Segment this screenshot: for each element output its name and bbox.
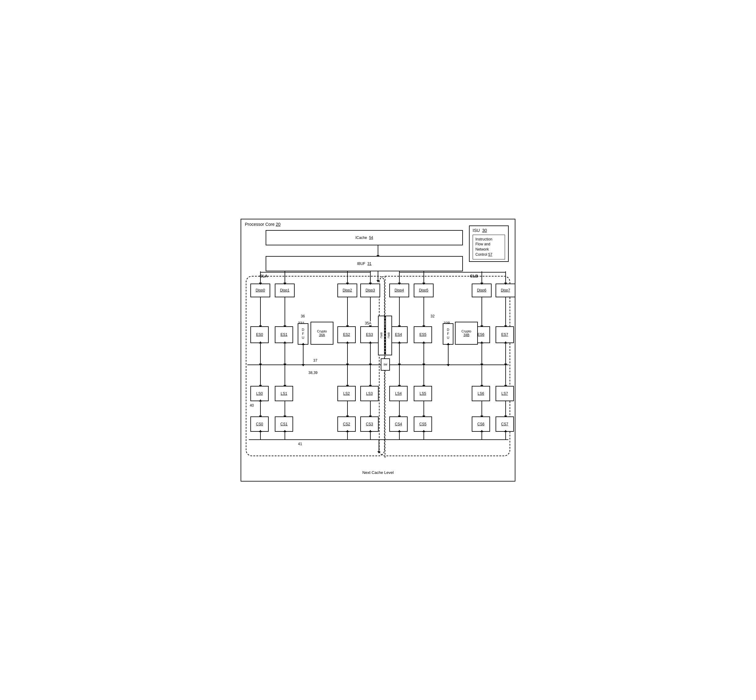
arrow-to-disp5 [424, 271, 424, 283]
ls3-box: LS3 [360, 386, 379, 401]
arrow-up-cs1 [285, 432, 285, 439]
cs4-box: CS4 [389, 416, 408, 432]
arrow-to-disp7 [505, 271, 506, 283]
disp6-box: Disp6 [472, 284, 492, 297]
cs3-box: CS3 [360, 416, 379, 432]
arrow-to-disp6 [482, 271, 482, 283]
arrow-disp0-es0 [260, 297, 261, 326]
ibuf-box: IBUF 31 [266, 256, 463, 271]
cs1-box: CS1 [275, 416, 293, 432]
arrow-bus-ls1 [285, 365, 285, 385]
cs6-box: CS6 [472, 416, 490, 432]
disp1-box: Disp1 [275, 284, 295, 297]
es3-box: ES3 [360, 326, 379, 343]
bidir-es3-bus [370, 343, 371, 364]
arrow-ls6-cs6 [482, 401, 482, 416]
arrow-disp5-es5 [424, 297, 424, 326]
ls2-box: LS2 [337, 386, 356, 401]
crypto-a-box: Crypto34A [310, 322, 334, 345]
arrow-up-cs6 [482, 432, 482, 439]
next-cache-label: Next Cache Level [362, 470, 394, 475]
bru-b-box: BRU [385, 316, 392, 355]
disp5-box: Disp5 [414, 284, 433, 297]
disp3-box: Disp3 [360, 284, 380, 297]
dfu-a-box: D F U [298, 323, 309, 345]
bidir-es4-bus [399, 343, 400, 364]
bidir-es5-bus [424, 343, 424, 364]
es5-box: ES5 [414, 326, 432, 343]
arrow-ls4-cs4 [399, 401, 400, 416]
main-horizontal-bus [247, 364, 509, 365]
icache-box: ICache 54 [266, 230, 463, 245]
ls0-box: LS0 [250, 386, 269, 401]
arrow-next-cache [379, 439, 379, 452]
isu-box: ISU 30 InstructionFlow andNetworkControl… [469, 225, 509, 262]
ibuf-label: IBUF 31 [357, 261, 371, 266]
disp4-box: Disp4 [389, 284, 409, 297]
arrow-to-disp3 [370, 271, 371, 283]
arrow-bus-ls7 [505, 365, 506, 385]
ls4-box: LS4 [389, 386, 408, 401]
es0-box: ES0 [250, 326, 269, 343]
disp7-box: Disp7 [496, 284, 515, 297]
arrow-ls3-cs3 [370, 401, 371, 416]
disp2-box: Disp2 [337, 284, 357, 297]
arrow-up-cs0 [260, 432, 261, 439]
ref-40: 40 [250, 403, 254, 408]
bru-a-box: BRU [378, 316, 385, 355]
arrow-disp4-es4 [399, 297, 400, 326]
crypto-b-box: Crypto34B [455, 322, 478, 345]
icache-label: ICache 54 [355, 236, 373, 240]
ref-3839: 38,39 [309, 370, 318, 375]
arrow-disp7-es7 [505, 297, 506, 326]
bidir-es0-bus [260, 343, 261, 364]
hline-right-spread [399, 272, 505, 273]
ref-37: 37 [313, 358, 317, 362]
arrow-ls7-cs7 [505, 401, 506, 416]
arrow-bus-ls4 [399, 365, 400, 385]
arrow-up-cs3 [370, 432, 371, 439]
processor-core-container: Processor Core 20 ISU 30 InstructionFlow… [241, 219, 515, 481]
isu-inner-box: InstructionFlow andNetworkControl 57 [473, 234, 505, 259]
ref-32: 32 [430, 314, 435, 319]
arrow-bus-ls2 [347, 365, 348, 385]
ls6-box: LS6 [472, 386, 490, 401]
ref-36: 36 [301, 314, 305, 319]
es1-box: ES1 [275, 326, 293, 343]
sw-box: sw [381, 358, 390, 370]
ls5-box: LS5 [414, 386, 432, 401]
ref-35a: 35A [365, 321, 371, 325]
bidir-dfu-a-bus [303, 345, 304, 364]
arrow-to-disp1 [285, 271, 285, 283]
arrow-disp6-es6 [482, 297, 482, 326]
arrow-ls2-cs2 [347, 401, 348, 416]
arrow-bus-ls3 [370, 365, 371, 385]
processor-title: Processor Core 20 [245, 222, 281, 227]
es2-box: ES2 [337, 326, 356, 343]
arrow-to-disp2 [347, 271, 348, 283]
cs7-box: CS7 [496, 416, 514, 432]
cs2-box: CS2 [337, 416, 356, 432]
isu-title: ISU 30 [473, 228, 505, 233]
arrow-bus-ls0 [260, 365, 261, 385]
es4-box: ES4 [389, 326, 408, 343]
arrow-up-cs5 [424, 432, 424, 439]
arrow-bus-ls6 [482, 365, 482, 385]
bidir-es1-bus [285, 343, 285, 364]
hline-left-spread [260, 272, 370, 273]
bidir-dfu-b-bus [448, 345, 449, 364]
arrow-up-cs4 [399, 432, 400, 439]
arrow-ls5-cs5 [424, 401, 424, 416]
sw-label: sw [383, 362, 387, 366]
ls7-box: LS7 [496, 386, 514, 401]
bidir-es7-bus [505, 343, 506, 364]
bidir-ls0-cs0 [260, 401, 261, 416]
cs0-box: CS0 [250, 416, 269, 432]
ls1-box: LS1 [275, 386, 293, 401]
arrow-disp2-es2 [347, 297, 348, 326]
arrow-to-disp0 [260, 271, 261, 283]
arrow-to-disp4 [399, 271, 400, 283]
es7-box: ES7 [496, 326, 514, 343]
cs5-box: CS5 [414, 416, 432, 432]
dfu-b-box: D F U [443, 323, 454, 345]
